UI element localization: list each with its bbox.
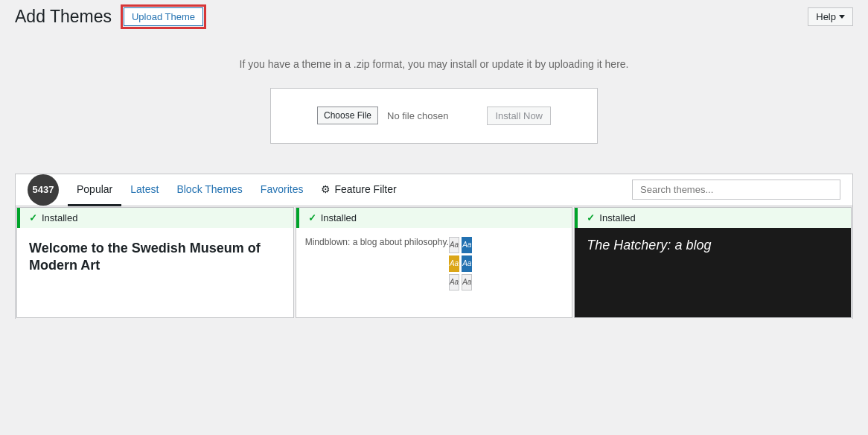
theme-preview-swedish: Welcome to the Swedish Museum of Modern … [17,228,293,317]
mindblown-block-4: Aa [462,255,472,272]
installed-label-swedish: Installed [42,212,77,223]
upload-box: Choose File No file chosen Install Now [270,88,598,144]
installed-banner-mindblown: ✓ Installed [296,208,572,228]
theme-card-swedish-museum: ✓ Installed Welcome to the Swedish Museu… [16,207,294,318]
tab-bar-right [632,180,840,200]
feature-filter-label: Feature Filter [334,183,396,195]
check-icon-hatchery: ✓ [587,212,595,223]
mindblown-block-5: Aa [449,274,459,290]
swedish-museum-title: Welcome to the Swedish Museum of Modern … [29,240,281,275]
themes-grid: ✓ Installed Welcome to the Swedish Museu… [16,206,852,319]
upload-section: If you have a theme in a .zip format, yo… [0,28,868,159]
search-themes-input[interactable] [632,180,840,200]
upload-description: If you have a theme in a .zip format, yo… [15,58,853,70]
choose-file-button[interactable]: Choose File [317,107,378,124]
installed-banner-swedish: ✓ Installed [17,208,293,228]
gear-icon: ⚙ [321,183,331,195]
mindblown-block-6: Aa [462,274,472,290]
feature-filter-tab[interactable]: ⚙ Feature Filter [312,174,405,206]
hatchery-title-italic: The Hatchery: [587,238,671,253]
tab-block-themes[interactable]: Block Themes [167,174,251,206]
mindblown-block-2: Aa [462,237,472,253]
mindblown-description: Mindblown: a blog about philosophy. [305,237,449,247]
installed-label-hatchery: Installed [599,212,635,223]
theme-card-hatchery: ✓ Installed The Hatchery: a blog [574,207,852,318]
installed-banner-hatchery: ✓ Installed [575,208,851,228]
hatchery-title: The Hatchery: a blog [587,237,711,254]
mindblown-block-1: Aa [449,237,459,253]
hatchery-title-rest: a blog [674,238,711,253]
installed-label-mindblown: Installed [321,212,357,223]
help-button[interactable]: Help [808,7,853,26]
theme-card-mindblown: ✓ Installed Mindblown: a blog about phil… [296,207,573,318]
themes-section: 5437 Popular Latest Block Themes Favorit… [15,174,853,319]
header-left: Add Themes Upload Theme [15,6,203,28]
tab-latest[interactable]: Latest [121,174,167,206]
page-title: Add Themes [15,6,112,28]
check-icon: ✓ [29,212,37,223]
install-now-button[interactable]: Install Now [487,107,551,125]
chevron-down-icon [839,15,845,19]
check-icon-mindblown: ✓ [308,212,316,223]
no-file-label: No file chosen [387,110,448,121]
theme-tab-bar: 5437 Popular Latest Block Themes Favorit… [16,174,852,206]
theme-preview-mindblown: Mindblown: a blog about philosophy. Aa A… [296,228,572,317]
tab-popular[interactable]: Popular [68,174,121,206]
page-header: Add Themes Upload Theme Help [0,0,868,28]
help-label: Help [816,11,836,22]
mindblown-block-3: Aa [449,255,459,272]
tab-favorites[interactable]: Favorites [252,174,313,206]
mindblown-grid: Aa Aa Aa Aa Aa Aa [449,237,472,290]
theme-preview-hatchery: The Hatchery: a blog [575,228,851,317]
theme-count-badge: 5437 [28,174,59,206]
upload-theme-button[interactable]: Upload Theme [124,7,203,26]
